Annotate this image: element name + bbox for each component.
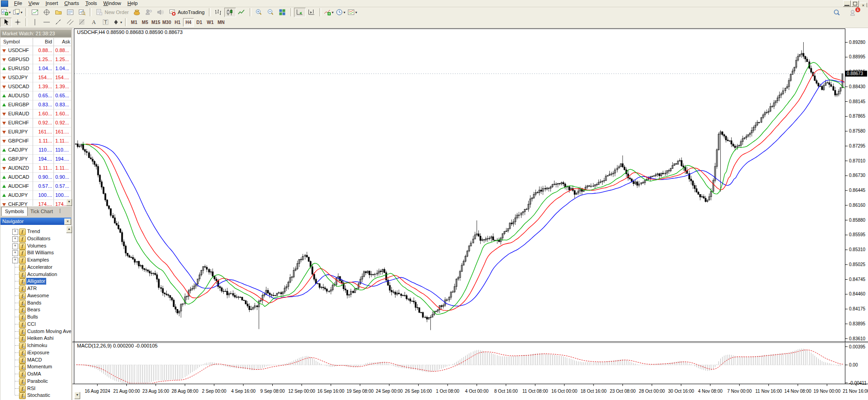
- expand-icon[interactable]: +: [12, 236, 18, 242]
- navigator-item-bulls[interactable]: fBulls: [0, 314, 71, 320]
- news-button[interactable]: [154, 8, 166, 17]
- search-button[interactable]: [831, 8, 843, 18]
- market-watch-row-usdcad[interactable]: USDCAD1.39...1.39...: [0, 82, 71, 91]
- navigator-item-custom-moving-avera[interactable]: fCustom Moving Avera: [0, 328, 71, 335]
- timeframe-m5-button[interactable]: M5: [140, 18, 150, 27]
- menu-window[interactable]: Window: [100, 0, 124, 6]
- navigator-item-iexposure[interactable]: fiExposure: [0, 349, 71, 356]
- expand-icon[interactable]: +: [12, 250, 18, 256]
- navigator-item-oscillators[interactable]: +fOscillators: [0, 235, 71, 242]
- menu-tools[interactable]: Tools: [82, 0, 100, 6]
- timeframe-h1-button[interactable]: H1: [172, 18, 183, 27]
- tab-tick-chart[interactable]: Tick Chart: [30, 208, 53, 215]
- navigator-item-momentum[interactable]: fMomentum: [0, 363, 71, 370]
- navigator-item-awesome[interactable]: fAwesome: [0, 292, 71, 299]
- timeframe-mn-button[interactable]: MN: [216, 18, 227, 27]
- strategy-tester-toggle[interactable]: [76, 8, 88, 17]
- templates-button[interactable]: ▾: [347, 8, 358, 17]
- navigator-item-parabolic[interactable]: fParabolic: [0, 378, 71, 385]
- market-watch-row-euraud[interactable]: EURAUD1.60...1.60...: [0, 110, 71, 119]
- market-watch-row-usdchf[interactable]: USDCHF0.88...0.88...: [0, 46, 71, 55]
- navigator-item-bands[interactable]: fBands: [0, 300, 71, 306]
- market-watch-row-gbpusd[interactable]: GBPUSD1.25...1.25...: [0, 55, 71, 64]
- navigator-item-volumes[interactable]: +fVolumes: [0, 243, 71, 249]
- timeframe-m1-button[interactable]: M1: [129, 18, 140, 27]
- minimize-button[interactable]: [843, 0, 851, 7]
- arrows-button[interactable]: ▾: [111, 18, 123, 27]
- chart-area[interactable]: 0.892800.889950.887150.884300.881450.878…: [72, 28, 868, 400]
- menu-file[interactable]: File: [11, 0, 25, 6]
- market-watch-row-cadjpy[interactable]: CADJPY110....110....: [0, 146, 71, 155]
- crosshair-button[interactable]: [12, 18, 24, 27]
- market-watch-row-audcad[interactable]: AUDCAD0.90...0.90...: [0, 173, 71, 182]
- navigator-item-ichimoku[interactable]: fIchimoku: [0, 342, 71, 349]
- menu-insert[interactable]: Insert: [42, 0, 61, 6]
- text-button[interactable]: A: [88, 18, 100, 27]
- navigator-item-accelerator[interactable]: fAccelerator: [0, 264, 71, 271]
- tile-windows-button[interactable]: [277, 8, 289, 17]
- channel-button[interactable]: [64, 18, 76, 27]
- navigator-close-button[interactable]: ×: [64, 219, 71, 225]
- zoom-in-button[interactable]: [253, 8, 265, 17]
- navigator-item-cci[interactable]: fCCI: [0, 321, 71, 328]
- navigator-item-examples[interactable]: +fExamples: [0, 257, 71, 263]
- market-watch-row-audchf[interactable]: AUDCHF0.57...0.57...: [0, 182, 71, 191]
- navigator-scroll-up[interactable]: ▴: [66, 226, 72, 233]
- market-watch-toggle[interactable]: [29, 8, 41, 17]
- navigator-item-macd[interactable]: fMACD: [0, 357, 71, 363]
- navigator-item-osma[interactable]: fOsMA: [0, 371, 71, 377]
- horizontal-line-button[interactable]: [41, 18, 53, 27]
- market-watch-row-eurgbp[interactable]: EURGBP0.83...0.83...: [0, 100, 71, 110]
- new-chart-button[interactable]: ▾: [0, 8, 12, 17]
- zoom-out-button[interactable]: [265, 8, 277, 17]
- bar-chart-button[interactable]: [212, 8, 224, 17]
- timeframe-m15-button[interactable]: M15: [150, 18, 161, 27]
- chart-canvas[interactable]: 0.892800.889950.887150.884300.881450.878…: [72, 28, 868, 400]
- navigator-item-stochastic[interactable]: fStochastic: [0, 392, 71, 399]
- market-watch-row-usdjpy[interactable]: USDJPY154....154....: [0, 73, 71, 82]
- market-watch-row-eurjpy[interactable]: EURJPY161....161....: [0, 128, 71, 137]
- market-watch-row-chfjpy[interactable]: CHFJPY174....174....: [0, 200, 71, 206]
- time-axis[interactable]: [74, 384, 846, 399]
- expand-icon[interactable]: +: [12, 243, 18, 249]
- periods-button[interactable]: ▾: [335, 8, 347, 17]
- expand-icon[interactable]: +: [12, 229, 18, 235]
- navigator-item-atr[interactable]: fATR: [0, 285, 71, 292]
- chat-button[interactable]: [143, 8, 154, 17]
- menu-view[interactable]: View: [25, 0, 43, 6]
- navigator-item-rsi[interactable]: fRSI: [0, 385, 71, 392]
- price-axis[interactable]: [848, 28, 868, 356]
- navigator-item-bears[interactable]: fBears: [0, 306, 71, 313]
- market-watch-row-eurusd[interactable]: EURUSD1.04...1.04...: [0, 64, 71, 73]
- navigator-item-alligator[interactable]: fAlligator: [0, 278, 71, 285]
- terminal-toggle[interactable]: [64, 8, 76, 17]
- new-order-button[interactable]: New Order: [93, 8, 131, 17]
- market-watch-row-audnzd[interactable]: AUDNZD1.11...1.11...: [0, 164, 71, 173]
- tab-symbols[interactable]: Symbols: [1, 207, 28, 216]
- navigator-item-trend[interactable]: +fTrend: [0, 228, 71, 235]
- auto-scroll-button[interactable]: [294, 8, 306, 17]
- community-button[interactable]: 1: [847, 8, 859, 18]
- market-watch-row-gbpchf[interactable]: GBPCHF1.11...1.11...: [0, 137, 71, 146]
- menu-charts[interactable]: Charts: [61, 0, 82, 6]
- market-watch-row-audjpy[interactable]: AUDJPY100....100....: [0, 191, 71, 200]
- deposit-button[interactable]: [131, 8, 143, 17]
- navigator-toggle[interactable]: [53, 8, 64, 17]
- navigator-item-accumulation[interactable]: fAccumulation: [0, 271, 71, 278]
- timeframe-h4-button[interactable]: H4: [183, 18, 194, 27]
- text-label-button[interactable]: T: [100, 18, 111, 27]
- market-watch-row-eurchf[interactable]: EURCHF0.92...0.92...: [0, 119, 71, 128]
- navigator-item-heiken-ashi[interactable]: fHeiken Ashi: [0, 335, 71, 342]
- autotrading-button[interactable]: AutoTrading: [166, 8, 207, 17]
- profiles-button[interactable]: ▾: [12, 8, 24, 17]
- timeframe-d1-button[interactable]: D1: [194, 18, 205, 27]
- fibonacci-button[interactable]: [76, 18, 88, 27]
- timeframe-m30-button[interactable]: M30: [161, 18, 172, 27]
- timeframe-w1-button[interactable]: W1: [205, 18, 216, 27]
- vertical-line-button[interactable]: [29, 18, 41, 27]
- chart-shift-button[interactable]: [306, 8, 318, 17]
- indicators-button[interactable]: ▾: [323, 8, 335, 17]
- navigator-item-bill-williams[interactable]: +fBill Williams: [0, 249, 71, 256]
- line-chart-button[interactable]: [236, 8, 248, 17]
- menu-help[interactable]: Help: [124, 0, 141, 6]
